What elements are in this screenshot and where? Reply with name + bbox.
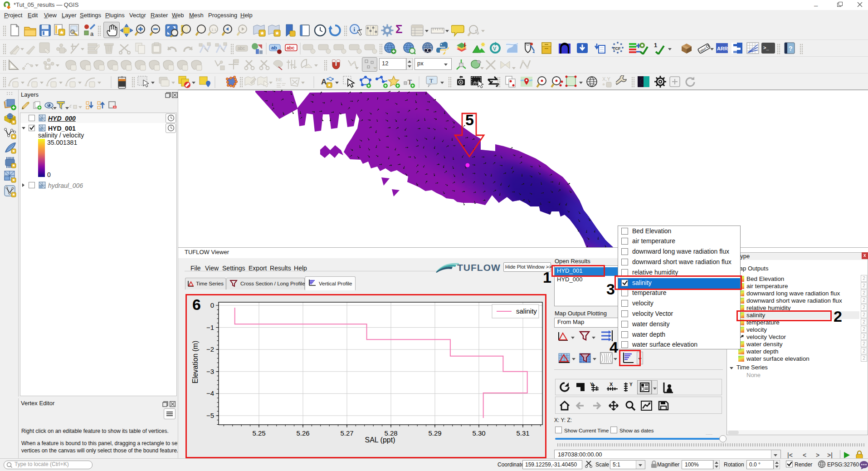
svg-text:BE: BE [276,77,282,82]
svg-text:SAL (ppt): SAL (ppt) [365,436,395,444]
svg-text:−2: −2 [206,345,214,353]
svg-text:Elevation (m): Elevation (m) [191,341,199,383]
svg-text:0: 0 [210,301,214,309]
svg-text:?: ? [789,45,793,52]
svg-text:−4: −4 [206,389,214,397]
svg-text:1: 1 [654,42,657,49]
svg-text:V: V [493,46,497,51]
svg-text:ab: ab [271,45,277,50]
svg-text:i: i [354,26,356,33]
svg-text:5.26: 5.26 [296,429,309,437]
svg-text:5.25: 5.25 [252,429,265,437]
svg-text:abc: abc [238,46,245,51]
svg-text:−1: −1 [206,324,214,331]
svg-text:salinity: salinity [516,307,537,315]
svg-text:ε: ε [69,102,72,109]
svg-text:5.31: 5.31 [516,429,529,437]
svg-text:A: A [321,78,327,86]
svg-text:−5: −5 [206,412,214,419]
svg-text:X: X [610,382,613,387]
svg-text:5.29: 5.29 [428,429,441,437]
svg-text:−3: −3 [206,368,214,375]
svg-text:ARR: ARR [717,46,728,51]
svg-text:Y: Y [629,382,633,387]
svg-text:T: T [429,77,433,84]
svg-text:5.30: 5.30 [472,429,485,437]
svg-text:>_: >_ [763,45,769,50]
svg-text:X,Y: X,Y [602,76,610,82]
svg-text:a: a [90,30,94,37]
svg-text:Y: Y [590,382,593,387]
svg-text:abc: abc [287,45,295,50]
svg-text:TCF: TCF [613,46,621,51]
svg-text:5.27: 5.27 [340,429,353,437]
svg-text:1:1: 1:1 [211,28,217,32]
